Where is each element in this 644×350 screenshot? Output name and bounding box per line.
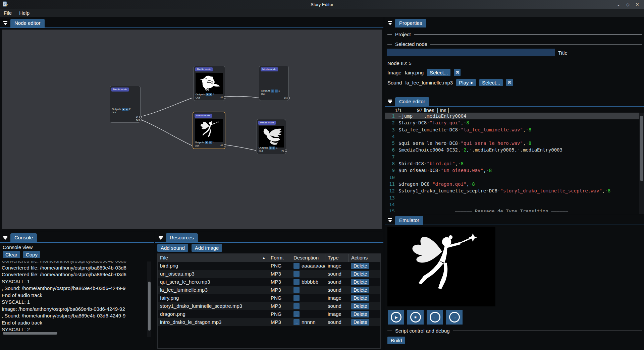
sound-select-button[interactable]: Select... (479, 79, 503, 86)
collapse-icon[interactable] (388, 21, 392, 25)
tab-console[interactable]: Console (10, 233, 37, 242)
add-image-button[interactable]: Add image (192, 244, 222, 252)
menu-help[interactable]: Help (15, 10, 33, 16)
image-select-button[interactable]: Select... (427, 69, 450, 76)
collapse-icon[interactable] (388, 100, 392, 104)
resource-row[interactable]: qui_sera_le_hero.mp3MP3..bbbbbbsoundDele… (158, 278, 380, 286)
column-header-actions[interactable]: Actions (349, 254, 380, 262)
edit-description-button[interactable]: .. (293, 287, 300, 293)
node-media-empty[interactable]: Media node Outputs ◂ ▸ 1 Out #1 (259, 66, 289, 101)
code-line[interactable]: 12$story1_drako_luminelle_sceptre·DC8·"s… (385, 187, 639, 194)
edit-description-button[interactable]: .. (293, 319, 300, 325)
resource-row[interactable]: la_fee_luminelle.mp3MP3..soundDelete (158, 286, 380, 294)
emulator-step-forward-button[interactable]: → (446, 310, 463, 325)
delete-button[interactable]: Delete (351, 319, 369, 326)
collapse-icon[interactable] (388, 218, 392, 222)
copy-button[interactable]: Copy (23, 251, 40, 258)
title-input[interactable] (387, 49, 555, 56)
code-scrollbar-thumb[interactable] (640, 116, 643, 181)
edit-description-button[interactable]: .. (293, 311, 300, 317)
console-output[interactable]: Convertered file: /home/anthony/ostproj/… (2, 261, 145, 339)
resource-row[interactable]: fairy.pngPNG..imageDelete (158, 294, 380, 302)
code-line[interactable]: 13 (385, 194, 639, 201)
emulator-stop-button[interactable]: ■ (407, 310, 424, 325)
delete-button[interactable]: Delete (351, 279, 369, 285)
outputs-increment-button[interactable]: ▸ (125, 108, 128, 111)
edit-description-button[interactable]: .. (293, 263, 300, 269)
menu-file[interactable]: File (0, 10, 15, 16)
edit-description-button[interactable]: .. (293, 303, 300, 309)
collapse-icon[interactable] (3, 21, 8, 25)
resource-row[interactable]: un_oiseau.mp3MP3..soundDelete (158, 270, 380, 278)
resource-row[interactable]: intro_drako_le_dragon.mp3MP3..nnnnnsound… (158, 318, 380, 326)
outputs-increment-button[interactable]: ▸ (272, 147, 275, 150)
emulator-play-button[interactable]: ▶ (388, 310, 404, 325)
resource-row[interactable]: bird.pngPNG..aaaaaaaaaimageDelete (158, 262, 380, 270)
delete-button[interactable]: Delete (351, 311, 369, 317)
output-pin[interactable] (139, 119, 142, 121)
delete-button[interactable]: Delete (351, 271, 369, 277)
tab-emulator[interactable]: Emulator (395, 216, 423, 225)
tab-code-editor[interactable]: Code editor (395, 97, 429, 106)
code-line[interactable]: 14 (385, 201, 639, 208)
output-pin[interactable] (224, 144, 226, 147)
node-media-start[interactable]: Media node Outputs ◂ ▸ 2 Out #1 #2 (110, 86, 141, 123)
tab-resources[interactable]: Resources (166, 233, 198, 242)
code-line[interactable]: 1→jump····.mediaEntry0004 (385, 113, 639, 119)
build-button[interactable]: Build (387, 337, 405, 344)
minimize-button[interactable]: ⌄ (614, 2, 623, 7)
console-vertical-scrollbar-thumb[interactable] (148, 282, 151, 331)
output-pin[interactable] (139, 116, 142, 118)
column-header-type[interactable]: Type (325, 254, 349, 262)
delete-button[interactable]: Delete (351, 263, 369, 269)
node-media-bird[interactable]: Media node Outputs ◂ ▸ 1 Out #1 (194, 66, 225, 101)
node-media-fairy[interactable]: Media node Outputs ◂ ▸ 1 Out #1 (193, 112, 225, 149)
image-clear-button[interactable]: ⊠ (454, 69, 461, 76)
collapse-icon[interactable] (3, 236, 8, 240)
delete-button[interactable]: Delete (351, 295, 369, 301)
output-pin[interactable] (287, 97, 290, 99)
sound-play-button[interactable]: Play▶ (456, 79, 476, 86)
close-button[interactable]: ✕ (633, 2, 642, 7)
output-pin[interactable] (224, 96, 226, 99)
code-line[interactable]: 15 —————— Passage de Type Transition ———… (385, 208, 639, 212)
node-media-dragon[interactable]: Media node Outputs ◂ ▸ 1 Out #1 (257, 119, 286, 154)
resource-row[interactable]: dragon.pngPNG..imageDelete (158, 310, 380, 318)
output-pin[interactable] (285, 150, 287, 152)
delete-button[interactable]: Delete (351, 303, 369, 309)
column-header-file[interactable]: File▲ (158, 254, 268, 262)
edit-description-button[interactable]: .. (293, 271, 300, 277)
code-line[interactable]: 6$mediaChoice0004·DC32,·2,·.mediaEntry00… (385, 147, 639, 153)
code-line[interactable]: 4 (385, 133, 639, 140)
outputs-decrement-button[interactable]: ◂ (205, 141, 208, 144)
code-text-area[interactable]: 1→jump····.mediaEntry00042$fairy·DC8·"fa… (385, 113, 639, 212)
column-header-description[interactable]: Description (291, 254, 325, 262)
outputs-decrement-button[interactable]: ◂ (271, 90, 274, 93)
tab-properties[interactable]: Properties (395, 19, 426, 27)
outputs-increment-button[interactable]: ▸ (209, 93, 212, 96)
code-line[interactable]: 10 (385, 174, 639, 181)
maximize-button[interactable]: ◇ (623, 2, 633, 7)
outputs-increment-button[interactable]: ▸ (275, 90, 278, 93)
code-line[interactable]: 5$qui_sera_le_hero·DC8·"qui_sera_le_hero… (385, 140, 639, 147)
resource-row[interactable]: story1_drako_luminelle_sceptre.mp3MP3..s… (158, 302, 380, 310)
outputs-decrement-button[interactable]: ◂ (206, 93, 209, 96)
sound-clear-button[interactable]: ⊠ (506, 79, 513, 86)
code-line[interactable]: 8$bird·DC8·"bird.qoi",·8 (385, 160, 639, 167)
outputs-decrement-button[interactable]: ◂ (269, 147, 272, 150)
add-sound-button[interactable]: Add sound (157, 244, 188, 252)
column-header-format[interactable]: Form. (268, 254, 291, 262)
outputs-increment-button[interactable]: ▸ (209, 141, 212, 144)
outputs-decrement-button[interactable]: ◂ (122, 108, 125, 111)
node-canvas[interactable]: Media node Outputs ◂ ▸ 2 Out #1 #2 Media… (2, 30, 382, 229)
collapse-icon[interactable] (158, 236, 163, 240)
code-line[interactable]: 9$un_oiseau·DC8·"un_oiseau.wav",·8 (385, 167, 639, 174)
delete-button[interactable]: Delete (351, 287, 369, 293)
clear-button[interactable]: Clear (3, 251, 20, 258)
emulator-step-back-button[interactable]: ← (427, 310, 443, 325)
code-line[interactable]: 7 (385, 154, 639, 160)
edit-description-button[interactable]: .. (293, 279, 300, 285)
tab-node-editor[interactable]: Node editor (10, 19, 45, 27)
code-line[interactable]: 11$dragon·DC8·"dragon.qoi",·8 (385, 181, 639, 187)
code-line[interactable]: 3$la_fee_luminelle·DC8·"la_fee_luminelle… (385, 126, 639, 133)
